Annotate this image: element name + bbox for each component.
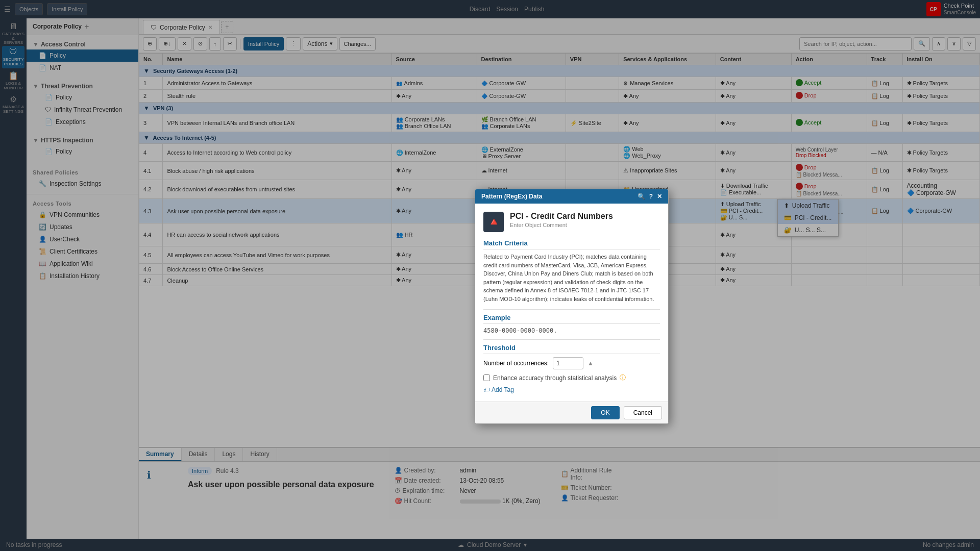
pattern-regex-modal: Pattern (RegEx) Data 🔍 ? ✕ 🔺 PCI - Credi… [475, 189, 669, 424]
modal-ok-btn[interactable]: OK [591, 406, 619, 419]
modal-cancel-btn[interactable]: Cancel [624, 406, 662, 419]
threshold-label: Threshold [483, 344, 660, 354]
modal-object-icon: 🔺 [483, 212, 504, 232]
match-criteria-label: Match Criteria [483, 239, 660, 249]
modal-object-comment[interactable]: Enter Object Comment [510, 222, 613, 228]
occurrences-spinner-up[interactable]: ▲ [587, 360, 594, 367]
modal-title: Pattern (RegEx) Data [481, 193, 542, 200]
example-label: Example [483, 314, 660, 324]
modal-object-name: PCI - Credit Card Numbers [510, 212, 613, 221]
modal-help-icon[interactable]: ? [649, 193, 653, 200]
pci-icon: 🔺 [487, 215, 501, 229]
modal-header: Pattern (RegEx) Data 🔍 ? ✕ [475, 189, 668, 204]
modal-search-icon[interactable]: 🔍 [638, 193, 645, 200]
occurrences-label: Number of occurrences: [483, 360, 549, 367]
add-tag-btn[interactable]: 🏷 Add Tag [483, 386, 660, 393]
enhance-info-icon: ⓘ [620, 373, 626, 382]
enhance-checkbox[interactable] [483, 374, 490, 381]
threshold-section: Threshold Number of occurrences: ▲ Enhan… [483, 339, 660, 393]
modal-object-header: 🔺 PCI - Credit Card Numbers Enter Object… [483, 212, 660, 232]
modal-close-icon[interactable]: ✕ [657, 193, 662, 200]
occurrences-input[interactable] [553, 357, 583, 369]
enhance-label: Enhance accuracy through statistical ana… [493, 374, 617, 382]
modal-footer: OK Cancel [475, 402, 668, 423]
example-value: 4580-0000-0000-0000. [483, 327, 660, 334]
modal-overlay: Pattern (RegEx) Data 🔍 ? ✕ 🔺 PCI - Credi… [0, 0, 980, 551]
modal-body: 🔺 PCI - Credit Card Numbers Enter Object… [475, 204, 668, 402]
modal-description: Related to Payment Card Industry (PCI); … [483, 253, 660, 303]
